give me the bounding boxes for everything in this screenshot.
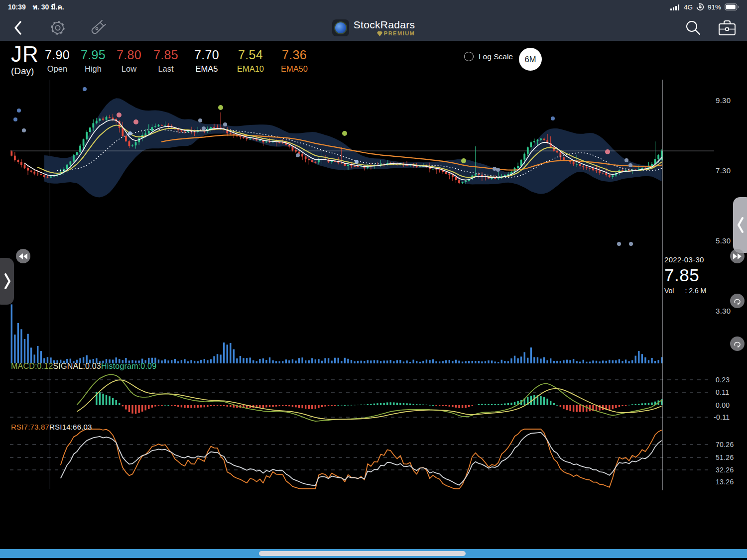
rsi14-value-label: RSI14:66.03 [49,423,92,431]
macd-tick-4: -0.11 [714,413,730,421]
chevron-left-icon [737,215,744,235]
rewind-icon [19,253,27,259]
loop-icon [733,298,742,305]
price-tick-1: 9.30 [716,96,731,105]
screen: 10:39 พ. 30 มี.ค. 4G 91% [0,0,747,560]
scrollbar-thumb[interactable] [259,551,466,556]
macd-tick-3: 0.00 [716,401,730,409]
rsi-labels: RSI7:73.87RSI14:66.03 [11,423,92,431]
fast-forward-icon [733,253,742,259]
crosshair-date: 2022-03-30 [664,256,706,263]
macd-tick-2: 0.11 [716,388,729,396]
crosshair-price: 7.85 [664,266,706,284]
chevron-right-icon [4,271,11,291]
rsi-tick-4: 13.26 [716,478,734,486]
macd-labels: MACD:0.12SIGNAL:0.03Histogram:0.09 [11,362,156,371]
rsi-tick-1: 70.26 [716,441,734,448]
volume-value: : 2.6 M [685,287,706,294]
macd-value-label: MACD:0.12 [11,362,53,370]
volume-label: Vol [664,287,674,294]
rsi-tick-2: 51.26 [716,453,734,461]
forward-button[interactable] [730,249,745,263]
crosshair-readout: 2022-03-30 7.85 Vol: 2.6 M [664,256,706,294]
price-tick-3: 5.30 [716,236,731,245]
macd-tick-1: 0.23 [716,376,730,384]
chart-canvas[interactable] [0,0,747,560]
signal-value-label: SIGNAL:0.03 [53,362,101,370]
rsi-tick-3: 32.26 [716,466,734,474]
chart-scrollbar[interactable] [0,549,747,558]
left-panel-tab[interactable] [0,258,14,305]
right-panel-tab[interactable] [733,197,747,253]
price-tick-4: 3.30 [716,307,731,315]
loop-icon [733,340,742,347]
price-tick-2: 7.30 [716,166,731,175]
rewind-button[interactable] [16,249,30,263]
rsi7-value-label: RSI7:73.87 [11,423,49,431]
histogram-value-label: Histogram:0.09 [101,362,156,370]
sync-button-upper[interactable] [730,294,745,308]
sync-button-lower[interactable] [730,336,745,351]
